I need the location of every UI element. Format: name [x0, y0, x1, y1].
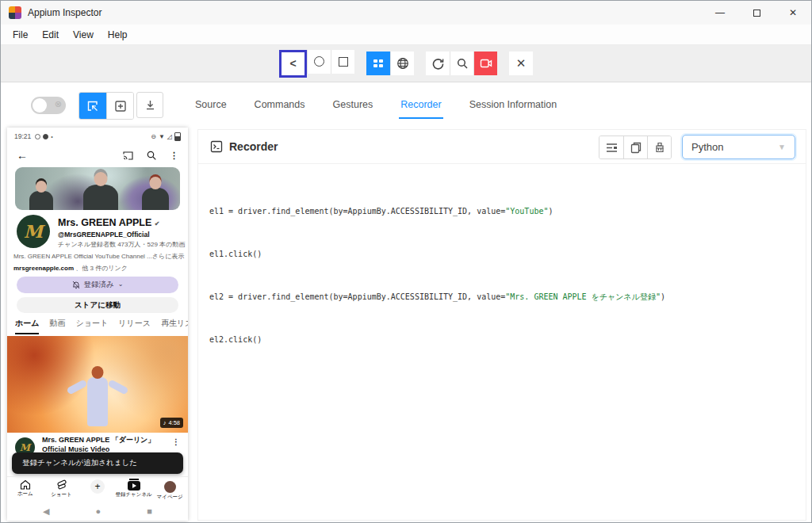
device-toolbar: < ✕ — [1, 45, 811, 82]
android-home-icon[interactable]: ● — [96, 506, 102, 516]
record-notification-icon — [43, 134, 48, 139]
channel-tabs: ホーム 動画 ショート リリース 再生リス — [15, 318, 188, 334]
subscribed-label: 登録済み — [84, 280, 114, 290]
tab-source[interactable]: Source — [193, 84, 228, 125]
nav-subscriptions[interactable]: 登録チャンネル — [117, 479, 151, 498]
back-chevron-icon: < — [289, 57, 296, 70]
create-plus-icon: + — [90, 479, 105, 494]
minimize-button[interactable]: — — [702, 1, 738, 25]
video-duration-badge: ♪ 4:58 — [160, 418, 183, 428]
device-nav-group: < — [279, 50, 354, 78]
channel-name: Mrs. GREEN APPLE ✔ — [58, 217, 160, 228]
nav-mypage[interactable]: マイページ — [153, 479, 186, 501]
cast-icon[interactable] — [123, 151, 133, 160]
video-thumbnail[interactable]: ♪ 4:58 — [7, 336, 188, 433]
channel-tab-releases[interactable]: リリース — [118, 318, 151, 334]
search-elements-button[interactable] — [450, 52, 473, 75]
plus-square-icon — [114, 100, 127, 113]
yt-search-icon[interactable] — [147, 151, 156, 160]
menu-file[interactable]: File — [6, 27, 35, 43]
toggle-knob — [33, 98, 47, 113]
video-kebab-icon[interactable]: ⋮ — [172, 437, 180, 446]
terminal-icon — [210, 140, 223, 153]
show-boilerplate-button[interactable] — [599, 136, 623, 158]
yt-kebab-icon[interactable]: ⋮ — [170, 151, 178, 161]
tab-recorder[interactable]: Recorder — [399, 84, 442, 125]
device-back-button[interactable]: < — [279, 50, 307, 78]
android-recents-icon[interactable]: ■ — [147, 506, 152, 516]
channel-tab-videos[interactable]: 動画 — [49, 318, 65, 334]
tab-gestures[interactable]: Gestures — [331, 84, 375, 125]
menu-edit[interactable]: Edit — [35, 27, 66, 43]
select-elements-button[interactable] — [79, 93, 106, 119]
channel-handle: @MrsGREENAPPLE_Official — [58, 231, 150, 239]
verified-icon: ✔ — [155, 220, 160, 227]
menu-help[interactable]: Help — [101, 27, 135, 43]
video-title: Mrs. GREEN APPLE 「ダーリン」 Official Music V… — [42, 436, 169, 454]
channel-description[interactable]: Mrs. GREEN APPLE Official YouTube Channe… — [13, 252, 183, 261]
recorded-code[interactable]: el1 = driver.find_element(by=AppiumBy.AC… — [198, 165, 806, 520]
profile-avatar-icon — [164, 481, 176, 493]
quit-session-button[interactable]: ✕ — [509, 52, 533, 75]
phone-status-bar: 19:21 • ⊖ ▼ ◿ — [7, 130, 188, 143]
code-line: el2 = driver.find_element(by=AppiumBy.AC… — [209, 290, 795, 304]
download-screenshot-button[interactable] — [136, 92, 163, 118]
channel-banner-image — [15, 167, 180, 210]
subscribed-button[interactable]: 登録済み ⌄ — [17, 277, 178, 293]
video-camera-icon — [480, 58, 492, 69]
window-title: Appium Inspector — [28, 7, 102, 18]
native-app-mode-button[interactable] — [366, 52, 390, 75]
title-bar: Appium Inspector — ✕ — [1, 1, 811, 25]
tab-commands[interactable]: Commands — [253, 84, 307, 125]
clear-actions-button[interactable] — [647, 136, 671, 158]
refresh-icon — [432, 58, 444, 70]
dot-notification-icon: • — [51, 134, 52, 139]
swipe-coordinates-button[interactable] — [106, 93, 133, 119]
channel-links[interactable]: mrsgreenapple.com 、他 3 件のリンク — [13, 264, 128, 273]
device-home-button[interactable] — [307, 50, 331, 74]
shorts-icon — [56, 479, 67, 491]
refresh-button[interactable] — [426, 52, 450, 75]
android-back-icon[interactable]: ◀ — [43, 506, 49, 517]
recorder-panel: Recorder Python ▼ el1 = driver.find_elem… — [197, 129, 806, 521]
menu-view[interactable]: View — [66, 27, 101, 43]
language-select[interactable]: Python ▼ — [682, 135, 795, 159]
copy-code-button[interactable] — [623, 136, 647, 158]
nav-create[interactable]: + — [81, 479, 114, 494]
language-value: Python — [691, 141, 723, 153]
select-cursor-icon — [86, 100, 99, 113]
close-session-icon: ✕ — [516, 56, 527, 71]
nav-home[interactable]: ホーム — [9, 479, 42, 498]
device-overview-button[interactable] — [331, 50, 354, 74]
close-button[interactable]: ✕ — [775, 1, 811, 25]
channel-stats: チャンネル登録者数 473万人・529 本の動画 — [58, 240, 185, 249]
youtube-bottom-nav: ホーム ショート + 登録チャンネル マイページ — [7, 476, 188, 502]
appium-inspector-window: Appium Inspector — ✕ File Edit View Help… — [0, 0, 812, 523]
boilerplate-icon — [606, 143, 618, 153]
mjpeg-stream-toggle[interactable]: ⊗ — [31, 97, 66, 114]
yt-back-icon[interactable]: ← — [17, 149, 28, 162]
band-member-figure — [83, 185, 118, 210]
channel-tab-playlists[interactable]: 再生リス — [161, 318, 188, 334]
recorder-title: Recorder — [229, 140, 278, 153]
globe-icon — [396, 57, 409, 70]
nav-shorts[interactable]: ショート — [44, 479, 78, 498]
yt-appbar-actions: ⋮ — [123, 151, 178, 161]
go-to-store-button[interactable]: ストアに移動 — [17, 297, 178, 313]
maximize-button[interactable] — [738, 1, 775, 25]
subscribed-chevron-icon: ⌄ — [118, 281, 124, 288]
device-screenshot[interactable]: 19:21 • ⊖ ▼ ◿ ← ⋮ — [7, 128, 188, 521]
web-context-button[interactable] — [390, 52, 414, 75]
battery-icon — [174, 132, 181, 141]
thumbnail-person-figure — [79, 366, 116, 433]
tab-session-information[interactable]: Session Information — [468, 84, 558, 125]
recorder-header: Recorder Python ▼ — [198, 130, 806, 164]
channel-tab-home[interactable]: ホーム — [15, 318, 39, 334]
band-member-figure — [142, 188, 169, 210]
download-icon — [144, 99, 156, 111]
stop-recording-button[interactable] — [473, 52, 497, 75]
music-note-icon: ♪ — [163, 419, 167, 426]
maximize-icon — [753, 10, 760, 17]
status-notification-icons: • — [35, 134, 52, 139]
channel-tab-shorts[interactable]: ショート — [75, 318, 108, 334]
